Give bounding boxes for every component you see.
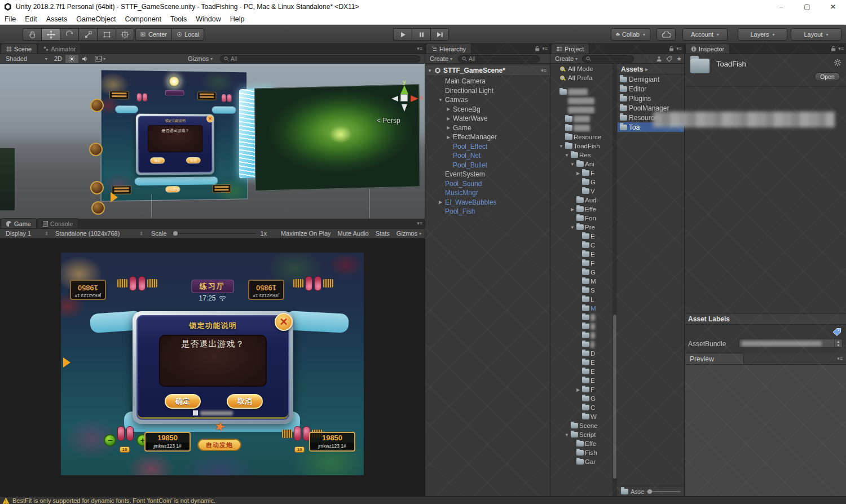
scene-canvas-plane[interactable]: 锁定功能说明 是否退出游戏？ 确定 取消 ✕ 自动发炮: [101, 69, 248, 201]
step-button[interactable]: [430, 28, 449, 41]
panel-menu-icon[interactable]: ▾≡: [676, 46, 682, 51]
menu-file[interactable]: File: [0, 15, 20, 23]
hierarchy-row[interactable]: ▶ SceneBg: [425, 105, 550, 114]
scale-tool-icon[interactable]: [78, 28, 97, 41]
pause-button[interactable]: [412, 28, 430, 41]
expand-arrow-icon[interactable]: ▶: [575, 387, 581, 392]
project-tree-row[interactable]: Resource: [550, 132, 613, 142]
gizmo-center-cube[interactable]: [400, 94, 408, 101]
project-tree-row[interactable]: ▶ Effe: [550, 205, 613, 214]
expand-arrow-icon[interactable]: ▶: [575, 171, 581, 176]
project-tree-row[interactable]: E: [550, 250, 613, 259]
asset-folder-row[interactable]: Demigiant: [618, 74, 684, 84]
project-tree-row[interactable]: V: [550, 187, 613, 196]
scene-menu-icon[interactable]: ▾≡: [541, 68, 547, 73]
project-tree-row[interactable]: F: [550, 259, 613, 268]
project-tree-row[interactable]: folder: [550, 123, 613, 132]
scene-orientation-gizmo[interactable]: y x: [388, 79, 424, 121]
expand-arrow-icon[interactable]: ▼: [438, 98, 443, 103]
account-dropdown[interactable]: Account▾: [682, 28, 728, 41]
expand-arrow-icon[interactable]: ▶: [446, 116, 451, 121]
project-breadcrumb[interactable]: Assets▸: [618, 64, 684, 74]
label-tag-icon[interactable]: [832, 328, 841, 336]
space-toggle-button[interactable]: Local: [171, 28, 204, 41]
game-gizmos-dropdown[interactable]: Gizmos▾: [393, 229, 425, 238]
rotate-tool-icon[interactable]: [60, 28, 78, 41]
project-tree-row[interactable]: All Mode: [550, 64, 613, 73]
expand-arrow-icon[interactable]: ▼: [564, 153, 570, 158]
menu-tools[interactable]: Tools: [166, 15, 191, 23]
scene-viewport[interactable]: 锁定功能说明 是否退出游戏？ 确定 取消 ✕ 自动发炮: [0, 64, 425, 219]
project-tree-row[interactable]: E: [550, 358, 613, 367]
project-tree-row[interactable]: Scene: [550, 421, 613, 430]
hierarchy-row[interactable]: ▶ EffectManager: [425, 132, 550, 142]
y-axis-cone[interactable]: [400, 85, 408, 94]
panel-menu-icon[interactable]: ▾≡: [417, 220, 422, 226]
project-tree-row[interactable]: F: [550, 340, 613, 349]
expand-arrow-icon[interactable]: ▼: [570, 162, 575, 167]
preview-tab[interactable]: Preview: [685, 353, 744, 364]
asset-labels-header[interactable]: Asset Labels: [685, 313, 846, 325]
project-tree-row[interactable]: G: [550, 178, 613, 187]
hand-tool-icon[interactable]: [23, 28, 41, 41]
scene-effects-toggle[interactable]: ▾: [91, 55, 109, 63]
status-bar[interactable]: BestFit is only supported for dynamic fo…: [0, 496, 846, 504]
cloud-button[interactable]: [656, 28, 676, 41]
icon-size-slider[interactable]: [646, 491, 681, 492]
pivot-toggle-button[interactable]: Center: [135, 28, 171, 41]
project-search-input[interactable]: [582, 55, 634, 63]
project-tree-row[interactable]: Aud: [550, 196, 613, 205]
display-dropdown[interactable]: Display 1⇕: [2, 229, 52, 238]
project-tree-row[interactable]: All Prefa: [550, 73, 613, 82]
hierarchy-create-dropdown[interactable]: Create▾: [426, 55, 456, 63]
project-tree-row[interactable]: B: [550, 331, 613, 340]
x-axis-cone[interactable]: [411, 95, 418, 102]
project-tree-row[interactable]: censored: [550, 105, 613, 114]
lock-icon[interactable]: [831, 46, 836, 51]
preview-menu-icon[interactable]: ▾≡: [837, 356, 843, 361]
hierarchy-row[interactable]: Pool_Bullet: [425, 161, 550, 170]
tab-animator[interactable]: Animator: [38, 43, 81, 54]
z-axis-cone[interactable]: [402, 104, 407, 112]
project-tree-row[interactable]: ▼ Ani: [550, 160, 613, 169]
hierarchy-row[interactable]: Directional Light: [425, 86, 550, 96]
hierarchy-row[interactable]: Pool_Effect: [425, 142, 550, 152]
menu-assets[interactable]: Assets: [42, 15, 72, 23]
project-tree-row[interactable]: Fish: [550, 448, 613, 457]
project-tree-scrollbar[interactable]: [613, 64, 617, 496]
scene-header-row[interactable]: ▼ STTF_GameScene* ▾≡: [425, 65, 550, 76]
scene-audio-toggle[interactable]: [78, 55, 91, 63]
project-tree-row[interactable]: D: [550, 349, 613, 358]
project-tree-row[interactable]: M: [550, 304, 613, 313]
tab-game[interactable]: Game: [1, 218, 37, 228]
layers-dropdown[interactable]: Layers▾: [738, 28, 787, 41]
expand-arrow-icon[interactable]: ▶: [446, 125, 451, 130]
project-tree-row[interactable]: C: [550, 241, 613, 250]
scene-search-input[interactable]: All: [220, 55, 420, 63]
side-menu-arrow[interactable]: [63, 357, 70, 368]
project-tree-row[interactable]: G: [550, 394, 613, 403]
panel-menu-icon[interactable]: ▾≡: [838, 46, 844, 51]
game-render-area[interactable]: 练习厅 17:25 jmkwz123 1# 19850 jmkwz123 1# …: [61, 253, 364, 475]
menu-component[interactable]: Component: [120, 15, 166, 23]
project-tree-row[interactable]: ▼ ToadFish: [550, 142, 613, 151]
hierarchy-row[interactable]: MusicMngr: [425, 188, 550, 198]
gear-icon[interactable]: [834, 59, 841, 67]
assetbundle-dropdown[interactable]: ▲▼: [739, 339, 843, 348]
project-tree-row[interactable]: G: [550, 268, 613, 277]
cancel-button[interactable]: 取消: [227, 394, 263, 409]
project-tree-row[interactable]: E: [550, 367, 613, 376]
tab-console[interactable]: Console: [37, 218, 78, 228]
hierarchy-row[interactable]: Main Camera: [425, 77, 550, 86]
project-tree-row[interactable]: ▼ Script: [550, 430, 613, 439]
project-tree-row[interactable]: E: [550, 232, 613, 241]
project-tree-row[interactable]: Gar: [550, 457, 613, 466]
hierarchy-row[interactable]: ▶ WaterWave: [425, 114, 550, 123]
project-tree-row[interactable]: S: [550, 286, 613, 295]
project-tree-row[interactable]: censored: [550, 96, 613, 105]
project-tree-row[interactable]: Assets: [550, 87, 613, 96]
expand-arrow-icon[interactable]: ▼: [564, 432, 570, 437]
project-create-dropdown[interactable]: Create▾: [552, 55, 581, 63]
expand-arrow-icon[interactable]: ▶: [446, 135, 451, 140]
project-tree-row[interactable]: ▶ F: [550, 385, 613, 394]
